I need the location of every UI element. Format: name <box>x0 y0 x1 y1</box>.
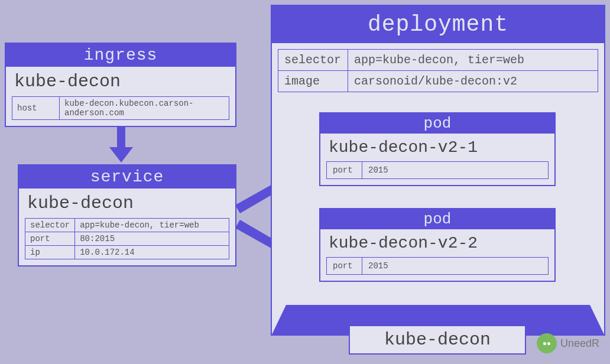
pod-header-1: pod <box>320 113 554 134</box>
pod-table-2: port 2015 <box>326 257 549 275</box>
pod-title-1: kube-decon-v2-1 <box>320 134 554 161</box>
deployment-image-val: carsonoid/kube-decon:v2 <box>348 71 598 92</box>
pod-table-1: port 2015 <box>326 161 549 179</box>
pod1-port-val: 2015 <box>362 162 549 179</box>
pod1-port-key: port <box>327 162 362 179</box>
watermark: UneedR <box>537 333 599 353</box>
deployment-selector-key: selector <box>278 50 348 71</box>
table-row: ip 10.0.172.14 <box>25 246 229 259</box>
service-table: selector app=kube-decon, tier=web port 8… <box>25 218 229 259</box>
service-header: service <box>19 165 235 188</box>
ingress-box: ingress kube-decon host kube-decon.kubec… <box>5 43 236 127</box>
deployment-table: selector app=kube-decon, tier=web image … <box>278 49 598 92</box>
ingress-title: kube-decon <box>6 67 235 96</box>
pod2-port-val: 2015 <box>362 258 549 275</box>
pod-box-1: pod kube-decon-v2-1 port 2015 <box>319 112 556 186</box>
service-ip-val: 10.0.172.14 <box>75 246 229 259</box>
svg-marker-1 <box>109 147 133 162</box>
deployment-selector-val: app=kube-decon, tier=web <box>348 50 598 71</box>
ingress-header: ingress <box>6 44 235 67</box>
ingress-host-key: host <box>12 97 60 120</box>
pod-title-2: kube-decon-v2-2 <box>320 229 554 257</box>
service-port-val: 80:2015 <box>75 232 229 246</box>
pod-box-2: pod kube-decon-v2-2 port 2015 <box>319 208 556 282</box>
service-selector-key: selector <box>25 219 75 232</box>
ingress-host-val: kube-decon.kubecon.carson-anderson.com <box>60 97 229 120</box>
table-row: selector app=kube-decon, tier=web <box>278 50 598 71</box>
table-row: port 2015 <box>327 258 549 275</box>
wechat-icon <box>537 333 557 353</box>
ingress-table: host kube-decon.kubecon.carson-anderson.… <box>12 96 229 120</box>
table-row: selector app=kube-decon, tier=web <box>25 219 229 232</box>
deployment-footer-label: kube-decon <box>349 325 526 355</box>
arrow-ingress-to-service <box>109 127 133 162</box>
service-port-key: port <box>25 232 75 246</box>
service-ip-key: ip <box>25 246 75 259</box>
table-row: port 80:2015 <box>25 232 229 246</box>
deployment-box: deployment selector app=kube-decon, tier… <box>271 5 605 336</box>
pod2-port-key: port <box>327 258 362 275</box>
table-row: port 2015 <box>327 162 549 179</box>
service-box: service kube-decon selector app=kube-dec… <box>18 164 236 266</box>
service-title: kube-decon <box>19 188 235 218</box>
deployment-image-key: image <box>278 71 348 92</box>
service-selector-val: app=kube-decon, tier=web <box>75 219 229 232</box>
table-row: image carsonoid/kube-decon:v2 <box>278 71 598 92</box>
pod-header-2: pod <box>320 209 554 229</box>
svg-rect-0 <box>117 127 125 147</box>
deployment-header: deployment <box>272 6 604 43</box>
watermark-text: UneedR <box>560 337 599 350</box>
table-row: host kube-decon.kubecon.carson-anderson.… <box>12 97 229 120</box>
